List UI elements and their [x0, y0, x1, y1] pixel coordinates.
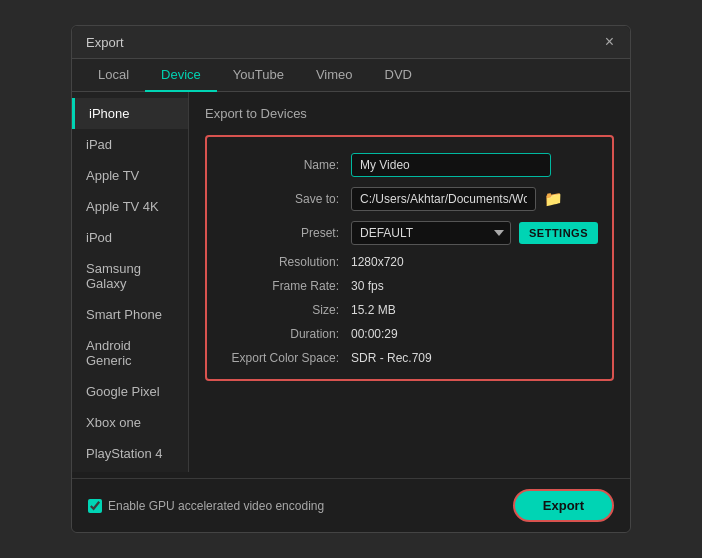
sidebar-item-smart-phone[interactable]: Smart Phone [72, 299, 188, 330]
tab-device[interactable]: Device [145, 59, 217, 92]
color-space-label: Export Color Space: [221, 351, 351, 365]
frame-rate-value: 30 fps [351, 279, 384, 293]
sidebar-item-psp[interactable]: PSP [72, 469, 188, 472]
gpu-option-row: Enable GPU accelerated video encoding [88, 499, 324, 513]
save-to-label: Save to: [221, 192, 351, 206]
export-dialog: Export × Local Device YouTube Vimeo DVD … [71, 25, 631, 533]
preset-label: Preset: [221, 226, 351, 240]
sidebar-item-android-generic[interactable]: Android Generic [72, 330, 188, 376]
folder-button[interactable]: 📁 [542, 190, 565, 208]
resolution-value: 1280x720 [351, 255, 404, 269]
frame-rate-label: Frame Rate: [221, 279, 351, 293]
sidebar-item-iphone[interactable]: iPhone [72, 98, 188, 129]
frame-rate-row: Frame Rate: 30 fps [221, 279, 598, 293]
tab-dvd[interactable]: DVD [369, 59, 428, 92]
sidebar-item-playstation-4[interactable]: PlayStation 4 [72, 438, 188, 469]
duration-row: Duration: 00:00:29 [221, 327, 598, 341]
sidebar-item-ipod[interactable]: iPod [72, 222, 188, 253]
tab-bar: Local Device YouTube Vimeo DVD [72, 59, 630, 92]
size-value: 15.2 MB [351, 303, 396, 317]
dialog-content: iPhone iPad Apple TV Apple TV 4K iPod Sa… [72, 92, 630, 472]
size-label: Size: [221, 303, 351, 317]
main-panel: Export to Devices Name: Save to: 📁 [189, 92, 630, 472]
tab-youtube[interactable]: YouTube [217, 59, 300, 92]
name-label: Name: [221, 158, 351, 172]
preset-row: Preset: DEFAULT SETTINGS [221, 221, 598, 245]
size-row: Size: 15.2 MB [221, 303, 598, 317]
sidebar-item-ipad[interactable]: iPad [72, 129, 188, 160]
device-sidebar: iPhone iPad Apple TV Apple TV 4K iPod Sa… [72, 92, 189, 472]
dialog-footer: Enable GPU accelerated video encoding Ex… [72, 478, 630, 532]
preset-select[interactable]: DEFAULT [351, 221, 511, 245]
section-title: Export to Devices [205, 106, 614, 121]
resolution-label: Resolution: [221, 255, 351, 269]
tab-vimeo[interactable]: Vimeo [300, 59, 369, 92]
sidebar-item-google-pixel[interactable]: Google Pixel [72, 376, 188, 407]
gpu-label: Enable GPU accelerated video encoding [108, 499, 324, 513]
settings-button[interactable]: SETTINGS [519, 222, 598, 244]
close-button[interactable]: × [603, 34, 616, 50]
name-input[interactable] [351, 153, 551, 177]
save-to-input[interactable] [351, 187, 536, 211]
form-area: Name: Save to: 📁 Preset: DEFA [205, 135, 614, 381]
save-to-controls: 📁 [351, 187, 565, 211]
name-row: Name: [221, 153, 598, 177]
resolution-row: Resolution: 1280x720 [221, 255, 598, 269]
export-button[interactable]: Export [513, 489, 614, 522]
gpu-checkbox[interactable] [88, 499, 102, 513]
duration-value: 00:00:29 [351, 327, 398, 341]
sidebar-item-apple-tv[interactable]: Apple TV [72, 160, 188, 191]
sidebar-item-apple-tv-4k[interactable]: Apple TV 4K [72, 191, 188, 222]
dialog-title: Export [86, 35, 124, 50]
color-space-value: SDR - Rec.709 [351, 351, 432, 365]
sidebar-item-samsung-galaxy[interactable]: Samsung Galaxy [72, 253, 188, 299]
save-to-row: Save to: 📁 [221, 187, 598, 211]
tab-local[interactable]: Local [82, 59, 145, 92]
sidebar-item-xbox-one[interactable]: Xbox one [72, 407, 188, 438]
duration-label: Duration: [221, 327, 351, 341]
preset-controls: DEFAULT SETTINGS [351, 221, 598, 245]
color-space-row: Export Color Space: SDR - Rec.709 [221, 351, 598, 365]
dialog-titlebar: Export × [72, 26, 630, 59]
